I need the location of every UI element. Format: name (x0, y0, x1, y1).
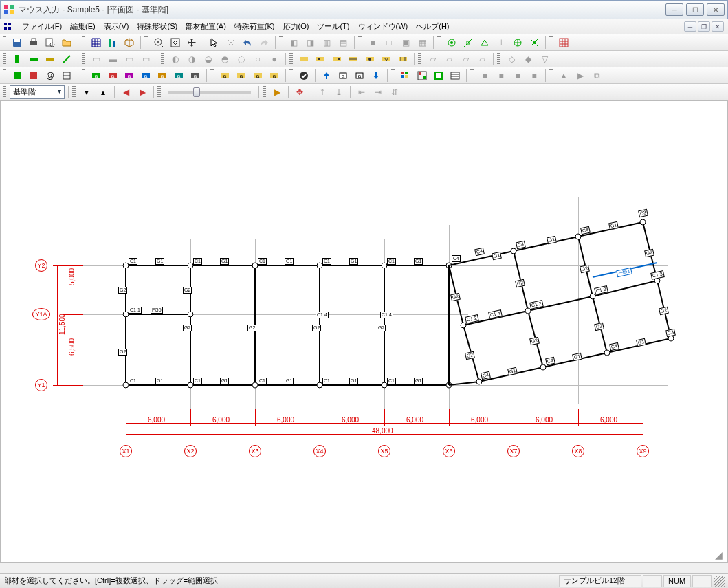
nav-up-icon[interactable]: ▴ (96, 85, 111, 99)
nav-down-icon[interactable]: ▾ (79, 85, 94, 99)
zoom-fit-icon[interactable] (168, 36, 183, 50)
yellow4-icon[interactable] (346, 52, 361, 66)
ylabel1-icon[interactable]: a (217, 69, 232, 83)
green-cube-icon[interactable] (10, 69, 25, 83)
toolbar-grip[interactable] (358, 36, 362, 49)
at-icon[interactable]: @ (43, 69, 58, 83)
yellow5-icon[interactable] (362, 52, 377, 66)
save-icon[interactable] (10, 36, 25, 50)
yellow2-icon[interactable] (313, 52, 328, 66)
check-icon[interactable] (296, 69, 311, 83)
menu-member[interactable]: 部材配置(A) (181, 20, 230, 33)
label-a7-icon[interactable]: a (188, 69, 203, 83)
menu-window[interactable]: ウィンドウ(W) (354, 20, 412, 33)
zoom-slider[interactable] (168, 91, 251, 94)
yellow1-icon[interactable] (296, 52, 311, 66)
move-icon[interactable]: ✥ (292, 85, 307, 99)
ylabel2-icon[interactable]: a (234, 69, 249, 83)
label-a5-icon[interactable]: a (155, 69, 170, 83)
yellow3-icon[interactable] (329, 52, 344, 66)
close-button[interactable]: ✕ (707, 3, 725, 16)
toolbar-grip[interactable] (82, 36, 85, 49)
open-icon[interactable] (59, 36, 74, 50)
mdi-restore-button[interactable]: ❐ (698, 21, 710, 32)
snap-int-icon[interactable] (527, 36, 542, 50)
snap-mid-icon[interactable] (477, 36, 492, 50)
undo-icon[interactable] (240, 36, 255, 50)
color-grid2-icon[interactable] (415, 69, 430, 83)
toolbar-grip[interactable] (3, 36, 6, 49)
toolbar-grip[interactable] (82, 53, 85, 65)
label-box-a-icon[interactable]: a (335, 69, 351, 83)
toolbar-grip[interactable] (3, 53, 6, 65)
ylabel4-icon[interactable]: a (267, 69, 282, 83)
toolbar-grip[interactable] (549, 69, 553, 82)
nav-left-icon[interactable]: ◀ (118, 85, 133, 99)
isometric-icon[interactable] (122, 36, 137, 50)
pan-icon[interactable] (184, 36, 199, 50)
toolbar-grip[interactable] (82, 69, 85, 82)
toolbar-grip[interactable] (161, 53, 164, 65)
toolbar-grip[interactable] (497, 53, 500, 65)
toolbar-grip[interactable] (263, 86, 266, 98)
label-a1-icon[interactable]: a (89, 69, 104, 83)
floor-combo[interactable]: 基準階 (10, 85, 65, 99)
toolbar-grip[interactable] (470, 69, 474, 82)
grid-toggle-icon[interactable] (556, 36, 571, 50)
zoom-in-icon[interactable] (151, 36, 166, 50)
toolbar-grip[interactable] (289, 69, 293, 82)
label-a4-icon[interactable]: a (138, 69, 153, 83)
yellow6-icon[interactable] (379, 52, 394, 66)
toolbar-grip[interactable] (289, 53, 293, 65)
down-arrow-icon[interactable] (368, 69, 384, 83)
snap-icon[interactable] (444, 36, 459, 50)
table-icon[interactable] (448, 69, 463, 83)
drawing-canvas[interactable]: C1 G1 C1 G1 C1 G1 C1 G1 C1 G1 C4 C1 G1 C… (0, 100, 728, 563)
menu-view[interactable]: 表示(V) (100, 20, 133, 33)
brace-icon[interactable] (59, 52, 74, 66)
mdi-minimize-button[interactable]: ─ (684, 21, 696, 32)
toolbar-grip[interactable] (144, 36, 148, 49)
snap-end-icon[interactable] (461, 36, 476, 50)
select-icon[interactable] (207, 36, 222, 50)
label-a3-icon[interactable]: a (122, 69, 137, 83)
color-grid-icon[interactable] (398, 69, 413, 83)
toolbar-grip[interactable] (72, 86, 76, 98)
mdi-close-button[interactable]: ✕ (712, 21, 724, 32)
girder-icon[interactable] (26, 52, 41, 66)
window-resize-grip[interactable] (714, 576, 725, 587)
column-icon[interactable] (10, 52, 25, 66)
label-a6-icon[interactable]: a (171, 69, 186, 83)
toolbar-grip[interactable] (549, 36, 553, 49)
print-icon[interactable] (26, 36, 41, 50)
nav-right-icon[interactable]: ▶ (135, 85, 150, 99)
toolbar-grip[interactable] (418, 53, 421, 65)
menu-stress[interactable]: 応力(O) (279, 20, 313, 33)
red-cube-icon[interactable] (26, 69, 41, 83)
play-icon[interactable]: ▶ (269, 85, 285, 99)
toolbar-grip[interactable] (3, 69, 6, 82)
toolbar-grip[interactable] (391, 69, 395, 82)
up-arrow-icon[interactable] (319, 69, 334, 83)
label-a2-icon[interactable]: a (105, 69, 120, 83)
menu-tool[interactable]: ツール(T) (313, 20, 353, 33)
toolbar-grip[interactable] (3, 86, 6, 98)
menu-special-shape[interactable]: 特殊形状(S) (133, 20, 181, 33)
menu-edit[interactable]: 編集(E) (66, 20, 100, 33)
ylabel3-icon[interactable]: a (250, 69, 265, 83)
print-preview-icon[interactable] (43, 36, 58, 50)
section-icon[interactable] (59, 69, 74, 83)
minimize-button[interactable]: ─ (665, 3, 683, 16)
elevation-icon[interactable] (105, 36, 120, 50)
toolbar-grip[interactable] (279, 36, 283, 49)
menu-special-load[interactable]: 特殊荷重(K) (230, 20, 279, 33)
beam-icon[interactable] (43, 52, 58, 66)
maximize-button[interactable]: ☐ (686, 3, 704, 16)
menu-file[interactable]: ファイル(F) (18, 20, 66, 33)
color-grid3-icon[interactable] (431, 69, 446, 83)
toolbar-grip[interactable] (157, 86, 161, 98)
grid-icon[interactable] (89, 36, 104, 50)
menu-help[interactable]: ヘルプ(H) (412, 20, 453, 33)
toolbar-grip[interactable] (210, 69, 214, 82)
snap-center-icon[interactable] (510, 36, 525, 50)
